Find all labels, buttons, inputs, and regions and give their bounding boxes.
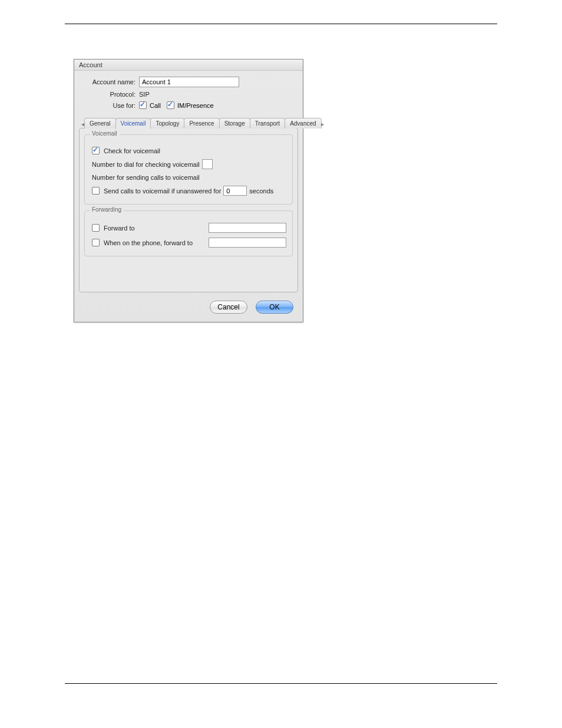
cancel-button[interactable]: Cancel <box>210 301 247 314</box>
tab-scroll-right-icon[interactable]: ▸ <box>321 121 324 129</box>
check-voicemail-label: Check for voicemail <box>104 147 160 154</box>
forwarding-legend: Forwarding <box>90 206 124 213</box>
account-window: Account Account name: Protocol: SIP Use … <box>74 59 303 322</box>
protocol-label: Protocol: <box>82 91 139 98</box>
tab-advanced[interactable]: Advanced <box>285 118 321 129</box>
forward-to-input[interactable] <box>209 223 286 233</box>
ok-button[interactable]: OK <box>256 301 293 314</box>
use-for-call-checkbox[interactable] <box>139 101 147 109</box>
check-voicemail-checkbox[interactable] <box>92 147 100 154</box>
dialog-button-row: Cancel OK <box>74 292 303 322</box>
onphone-forward-label: When on the phone, forward to <box>104 239 193 246</box>
tab-storage[interactable]: Storage <box>219 118 250 129</box>
page-bottom-rule <box>65 683 497 684</box>
forward-to-label: Forward to <box>104 225 135 232</box>
tab-presence[interactable]: Presence <box>184 118 219 129</box>
send-unanswered-checkbox[interactable] <box>92 187 100 195</box>
use-for-im-label: IM/Presence <box>177 102 214 109</box>
account-header: Account name: Protocol: SIP Use for: Cal… <box>74 71 303 117</box>
use-for-im-checkbox[interactable] <box>167 101 174 109</box>
account-name-input[interactable] <box>139 77 239 87</box>
onphone-forward-input[interactable] <box>209 238 286 248</box>
protocol-value: SIP <box>139 91 150 98</box>
tab-general[interactable]: General <box>84 118 116 129</box>
page-top-rule <box>65 24 497 24</box>
voicemail-group: Voicemail Check for voicemail Number to … <box>84 134 293 205</box>
send-unanswered-prefix: Send calls to voicemail if unanswered fo… <box>104 187 221 195</box>
send-unanswered-suffix: seconds <box>249 187 273 195</box>
send-unanswered-seconds-input[interactable] <box>223 186 247 196</box>
tab-panel-voicemail: Voicemail Check for voicemail Number to … <box>79 128 298 292</box>
forwarding-group: Forwarding Forward to When on the phone,… <box>84 210 293 256</box>
tab-voicemail[interactable]: Voicemail <box>115 118 151 129</box>
onphone-forward-checkbox[interactable] <box>92 239 100 246</box>
use-for-label: Use for: <box>82 102 139 109</box>
tab-bar: ◂ General Voicemail Topology Presence St… <box>79 117 298 129</box>
forward-to-checkbox[interactable] <box>92 224 100 232</box>
voicemail-legend: Voicemail <box>90 130 120 137</box>
account-name-label: Account name: <box>82 78 139 85</box>
tab-topology[interactable]: Topology <box>150 118 184 129</box>
dial-number-label: Number to dial for checking voicemail <box>92 161 200 168</box>
tab-transport[interactable]: Transport <box>250 118 285 129</box>
window-title: Account <box>74 60 303 71</box>
send-number-label: Number for sending calls to voicemail <box>92 174 200 181</box>
use-for-call-label: Call <box>150 102 161 109</box>
dial-number-input[interactable] <box>202 159 213 169</box>
